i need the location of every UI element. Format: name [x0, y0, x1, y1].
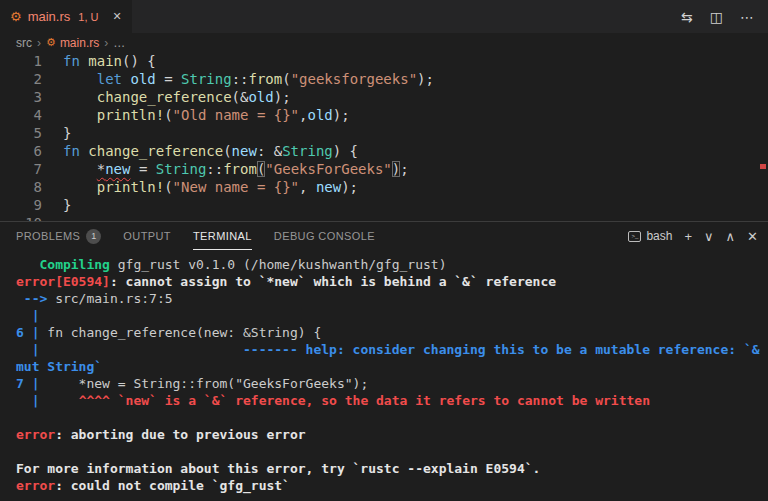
code-token: =: [156, 71, 181, 87]
panel-tab-label: PROBLEMS: [16, 230, 80, 242]
open-changes-icon[interactable]: ⇆: [681, 9, 693, 25]
terminal-line: For more information about this error, t…: [16, 460, 768, 477]
tab-filename: main.rs: [28, 9, 71, 24]
panel-tab-debug-console[interactable]: DEBUG CONSOLE: [274, 222, 375, 250]
line-number[interactable]: 2: [0, 70, 42, 88]
code-line[interactable]: 9}: [0, 196, 768, 214]
code-token: String: [181, 71, 232, 87]
code-token: (&: [232, 89, 249, 105]
code-line[interactable]: 1fn main() {: [0, 52, 768, 70]
editor-lines: 1fn main() {2 let old = String::from("ge…: [0, 52, 768, 221]
panel-tab-terminal[interactable]: TERMINAL: [193, 222, 252, 250]
panel-tab-label: TERMINAL: [193, 230, 252, 242]
rust-file-icon: ⚙: [10, 10, 22, 23]
line-number[interactable]: 7: [0, 160, 42, 178]
code-token: "Old name = {}": [173, 107, 299, 123]
code-token: (: [164, 179, 172, 195]
line-number[interactable]: 5: [0, 124, 42, 142]
editor-tab-bar: ⚙ main.rs 1, U ✕ ⇆ ◫ ⋯: [0, 0, 768, 33]
line-number[interactable]: 9: [0, 196, 42, 214]
code-line[interactable]: 7 *new = String::from("GeeksForGeeks");: [0, 160, 768, 178]
code-line[interactable]: 5}: [0, 124, 768, 142]
terminal-token: [39, 393, 78, 408]
new-terminal-icon[interactable]: +: [684, 229, 692, 244]
code-text: *new = String::from("GeeksForGeeks");: [42, 160, 409, 178]
code-token: (: [223, 143, 231, 159]
breadcrumb-label: main.rs: [60, 36, 99, 50]
terminal-token: mut String`: [16, 359, 102, 374]
terminal-token: : aborting due to previous error: [55, 427, 305, 442]
code-token: String: [282, 143, 333, 159]
code-token: println!: [97, 107, 164, 123]
terminal-line: error: aborting due to previous error: [16, 426, 768, 443]
code-token: =: [130, 161, 155, 177]
code-line[interactable]: 4 println!("Old name = {}",old);: [0, 106, 768, 124]
panel-tab-problems[interactable]: PROBLEMS1: [16, 222, 101, 250]
code-line[interactable]: 3 change_reference(&old);: [0, 88, 768, 106]
breadcrumb-item[interactable]: …: [113, 36, 125, 50]
line-number[interactable]: 8: [0, 178, 42, 196]
terminal[interactable]: Compiling gfg_rust v0.1.0 (/home/kushwan…: [0, 250, 768, 494]
code-token: ): [392, 161, 400, 177]
code-token: );: [333, 107, 350, 123]
line-number[interactable]: 6: [0, 142, 42, 160]
terminal-line: mut String`: [16, 358, 768, 375]
panel-tab-output[interactable]: OUTPUT: [123, 222, 171, 250]
code-text: }: [42, 196, 71, 214]
editor-actions: ⇆ ◫ ⋯: [681, 0, 768, 33]
breadcrumb-label: src: [16, 36, 32, 50]
code-token: "New name = {}": [173, 179, 299, 195]
line-number[interactable]: 10: [0, 214, 42, 221]
panel-tab-label: OUTPUT: [123, 230, 171, 242]
code-token: [63, 107, 97, 123]
code-token: old: [130, 71, 155, 87]
terminal-token: error: [16, 478, 55, 493]
code-token: new: [232, 143, 257, 159]
close-panel-icon[interactable]: ✕: [747, 229, 758, 244]
code-text: println!("New name = {}", new);: [42, 178, 358, 196]
code-token: fn: [63, 143, 80, 159]
rust-file-icon: ⚙: [46, 36, 56, 49]
code-token: new: [105, 161, 130, 177]
chevron-down-icon[interactable]: ∨: [704, 229, 714, 244]
code-token: change_reference: [97, 89, 232, 105]
code-token: *: [97, 161, 105, 177]
code-editor[interactable]: 1fn main() {2 let old = String::from("ge…: [0, 52, 768, 221]
line-number[interactable]: 1: [0, 52, 42, 70]
breadcrumb-separator: ›: [37, 36, 41, 50]
code-token: change_reference: [88, 143, 223, 159]
code-token: ,: [299, 179, 316, 195]
code-token: let: [97, 71, 122, 87]
code-text: change_reference(&old);: [42, 88, 291, 106]
terminal-token: ------- help: consider changing this to …: [243, 342, 760, 357]
terminal-token: ^^^^ `new` is a `&` reference, so the da…: [79, 393, 650, 408]
code-text: fn main() {: [42, 52, 156, 70]
more-actions-icon[interactable]: ⋯: [740, 9, 754, 25]
code-token: [63, 89, 97, 105]
code-token: (: [282, 71, 290, 87]
code-line[interactable]: 6fn change_reference(new: &String) {: [0, 142, 768, 160]
terminal-shell-selector[interactable]: >_ bash: [628, 229, 672, 243]
terminal-token: : could not compile `gfg_rust`: [55, 478, 290, 493]
terminal-line: error[E0594]: cannot assign to `*new` wh…: [16, 273, 768, 290]
close-tab-icon[interactable]: ✕: [112, 10, 121, 23]
code-token: "GeeksForGeeks": [265, 161, 391, 177]
code-token: old: [307, 107, 332, 123]
editor-tab-main-rs[interactable]: ⚙ main.rs 1, U ✕: [0, 0, 132, 33]
terminal-token: fn change_reference(new: &String) {: [47, 325, 321, 340]
maximize-panel-icon[interactable]: ∧: [726, 229, 736, 244]
terminal-token: |: [16, 342, 39, 357]
panel-tabs: PROBLEMS1OUTPUTTERMINALDEBUG CONSOLE: [16, 222, 375, 250]
line-number[interactable]: 4: [0, 106, 42, 124]
split-editor-icon[interactable]: ◫: [710, 9, 723, 25]
code-line[interactable]: 8 println!("New name = {}", new);: [0, 178, 768, 196]
line-number[interactable]: 3: [0, 88, 42, 106]
breadcrumb-item[interactable]: src: [16, 36, 32, 50]
breadcrumb-item[interactable]: ⚙main.rs: [46, 36, 99, 50]
code-line[interactable]: 2 let old = String::from("geeksforgeeks"…: [0, 70, 768, 88]
code-line[interactable]: 10: [0, 214, 768, 221]
minimap[interactable]: [692, 54, 756, 84]
terminal-line: 7 | *new = String::from("GeeksForGeeks")…: [16, 375, 768, 392]
panel-header: PROBLEMS1OUTPUTTERMINALDEBUG CONSOLE >_ …: [0, 222, 768, 250]
code-token: ) {: [333, 143, 358, 159]
